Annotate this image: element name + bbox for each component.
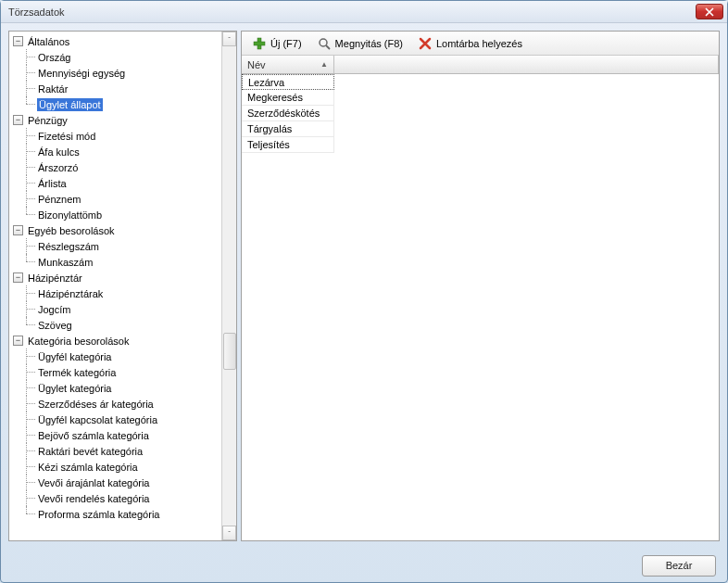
tree-connector (20, 459, 37, 475)
trash-button[interactable]: Lomtárba helyezés (411, 33, 529, 54)
tree-item[interactable]: Ország (9, 49, 221, 65)
tree-item-label: Fizetési mód (37, 130, 96, 143)
new-button[interactable]: Új (F7) (245, 33, 308, 54)
collapse-icon[interactable]: − (13, 36, 23, 46)
tree-connector (20, 144, 37, 159)
scroll-thumb[interactable] (223, 333, 236, 370)
tree-item[interactable]: Fizetési mód (9, 128, 221, 144)
close-button-label: Bezár (666, 560, 693, 571)
tree-item-label: Bejövő számla kategória (37, 429, 150, 442)
window-title: Törzsadatok (8, 6, 65, 18)
tree-item[interactable]: Termék kategória (9, 364, 221, 380)
tree-connector (20, 301, 37, 317)
tree-group[interactable]: −Pénzügy (9, 112, 221, 128)
cell-name: Lezárva (242, 74, 334, 90)
new-label: Új (F7) (270, 38, 302, 49)
column-header-name[interactable]: Név ▲ (242, 56, 334, 73)
tree-item-label: Jogcím (37, 303, 71, 316)
tree-item[interactable]: Ügyfél kapcsolat kategória (9, 412, 221, 427)
tree-item[interactable]: Vevői rendelés kategória (9, 490, 221, 506)
tree-item-label: Kézi számla kategória (37, 461, 139, 474)
tree-group-label: Általános (27, 35, 70, 48)
tree-connector (20, 159, 37, 175)
tree-body[interactable]: −ÁltalánosOrszágMennyiségi egységRaktárÜ… (9, 32, 221, 540)
tree-item-label: Vevői rendelés kategória (37, 492, 150, 505)
tree-item-label: Szerződéses ár kategória (37, 398, 155, 411)
tree-group[interactable]: −Kategória besorolások (9, 333, 221, 349)
tree-connector (20, 427, 37, 443)
tree-connector (20, 396, 37, 412)
trash-label: Lomtárba helyezés (436, 38, 522, 49)
tree-item[interactable]: Ügylet kategória (9, 380, 221, 396)
tree-panel: −ÁltalánosOrszágMennyiségi egységRaktárÜ… (8, 31, 237, 541)
tree-group-label: Kategória besorolások (27, 335, 130, 348)
tree-connector (20, 96, 37, 112)
tree-item[interactable]: Áfa kulcs (9, 144, 221, 159)
table-row[interactable]: Szerződéskötés (242, 106, 719, 121)
plus-icon (252, 36, 267, 51)
table-row[interactable]: Megkeresés (242, 90, 719, 106)
table-row[interactable]: Teljesítés (242, 137, 719, 153)
cell-name: Teljesítés (242, 137, 334, 153)
column-header-label: Név (247, 59, 266, 70)
tree-item[interactable]: Részlegszám (9, 238, 221, 254)
tree-item-label: Szöveg (37, 319, 73, 332)
tree-item[interactable]: Pénznem (9, 191, 221, 207)
tree-group-label: Pénzügy (27, 114, 69, 127)
tree-group[interactable]: −Egyéb besorolások (9, 222, 221, 238)
table-row[interactable]: Lezárva (242, 74, 719, 90)
collapse-icon[interactable]: − (13, 272, 23, 283)
tree-item-label: Ügyfél kapcsolat kategória (37, 413, 158, 426)
tree-item[interactable]: Kézi számla kategória (9, 459, 221, 475)
tree-item[interactable]: Vevői árajánlat kategória (9, 475, 221, 490)
tree-connector (20, 490, 37, 506)
collapse-icon[interactable]: − (13, 115, 23, 125)
tree-item-label: Pénznem (37, 193, 82, 206)
tree-item[interactable]: Raktári bevét kategória (9, 443, 221, 459)
tree-item-label: Raktár (37, 82, 69, 95)
tree-item-label: Termék kategória (37, 366, 117, 379)
delete-icon (418, 36, 433, 51)
tree-connector (20, 175, 37, 191)
window-close-button[interactable] (696, 4, 723, 19)
column-header-rest[interactable] (334, 56, 719, 73)
collapse-icon[interactable]: − (13, 336, 23, 346)
tree-item[interactable]: Jogcím (9, 301, 221, 317)
tree-connector (20, 254, 37, 270)
titlebar: Törzsadatok (1, 1, 727, 23)
tree-item[interactable]: Bejövő számla kategória (9, 427, 221, 443)
tree-group-label: Egyéb besorolások (27, 224, 116, 237)
close-icon (705, 7, 714, 17)
open-button[interactable]: Megnyitás (F8) (310, 33, 409, 54)
tree-connector (20, 475, 37, 490)
tree-item-label: Ügylet állapot (37, 98, 103, 111)
tree-connector (20, 506, 37, 522)
tree-connector (20, 238, 37, 254)
tree-item[interactable]: Ügylet állapot (9, 96, 221, 112)
tree-item[interactable]: Raktár (9, 81, 221, 96)
tree-item[interactable]: Szerződéses ár kategória (9, 396, 221, 412)
tree-item[interactable]: Árszorzó (9, 159, 221, 175)
tree-connector (20, 364, 37, 380)
scroll-up-button[interactable]: ˆ (222, 32, 236, 46)
grid-body[interactable]: LezárvaMegkeresésSzerződéskötésTárgyalás… (242, 74, 719, 540)
tree-item[interactable]: Szöveg (9, 317, 221, 333)
tree-group[interactable]: −Házipénztár (9, 270, 221, 285)
table-row[interactable]: Tárgyalás (242, 121, 719, 137)
close-button[interactable]: Bezár (642, 555, 716, 577)
tree-connector (20, 380, 37, 396)
tree-item[interactable]: Proforma számla kategória (9, 506, 221, 522)
tree-item[interactable]: Mennyiségi egység (9, 65, 221, 81)
tree-group[interactable]: −Általános (9, 33, 221, 49)
tree-item[interactable]: Munkaszám (9, 254, 221, 270)
tree-connector (20, 412, 37, 427)
tree-scrollbar[interactable]: ˆ ˇ (221, 32, 236, 540)
collapse-icon[interactable]: − (13, 225, 23, 235)
tree-item[interactable]: Ügyfél kategória (9, 349, 221, 364)
tree-item-label: Raktári bevét kategória (37, 445, 144, 458)
tree-item[interactable]: Árlista (9, 175, 221, 191)
tree-item[interactable]: Bizonylattömb (9, 207, 221, 222)
scroll-down-button[interactable]: ˇ (222, 526, 236, 540)
tree-item[interactable]: Házipénztárak (9, 285, 221, 301)
tree-item-label: Mennyiségi egység (37, 67, 126, 80)
